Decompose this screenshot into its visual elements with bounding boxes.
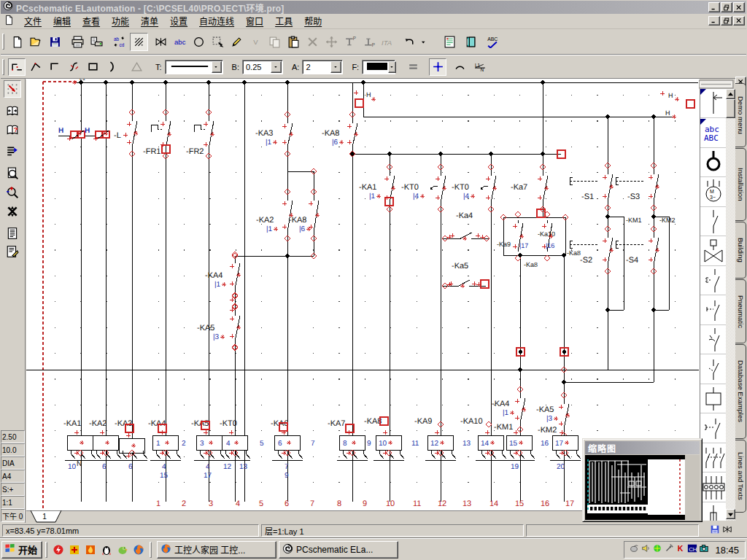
line-rect-button[interactable] <box>84 58 101 76</box>
thumbnail-preview[interactable] <box>585 455 700 520</box>
l1n-button[interactable]: L1N <box>471 58 489 76</box>
tray-plug-icon[interactable] <box>664 543 674 556</box>
ita-gray-button[interactable]: ITA <box>379 33 397 51</box>
tray-ball-icon[interactable] <box>652 543 662 556</box>
tray-kav-icon[interactable]: K <box>676 543 686 556</box>
print-pages-button[interactable] <box>88 33 106 51</box>
line-arc-button[interactable] <box>103 58 120 76</box>
color-combo[interactable] <box>362 60 395 74</box>
palette-symbol-contact-time[interactable] <box>700 325 726 354</box>
palette-symbol-contact-no[interactable] <box>700 207 726 236</box>
menu-3[interactable]: 查看 <box>77 13 106 29</box>
line-corner-button[interactable] <box>46 58 63 76</box>
window-minimize-button[interactable] <box>708 2 720 12</box>
quicklaunch-bird-icon[interactable] <box>115 542 131 558</box>
palette-symbol-three-pole[interactable] <box>700 443 726 472</box>
text-abc-button[interactable]: abc <box>171 33 189 51</box>
palette-symbol-contact-man3[interactable] <box>700 414 726 443</box>
tray-ch-input-icon[interactable]: CH <box>687 543 697 556</box>
toolbar2-grip[interactable] <box>2 59 4 75</box>
notebook-button[interactable] <box>462 33 480 51</box>
tray-mouse-icon[interactable] <box>629 543 639 556</box>
child-window-minimize-button[interactable] <box>708 16 720 26</box>
palette-symbol-wire-arrow[interactable] <box>700 89 726 118</box>
palette-scroll-up[interactable] <box>726 89 735 99</box>
line-type-combo-dropdown[interactable] <box>212 61 222 73</box>
line-width-combo-dropdown[interactable] <box>271 61 282 73</box>
quicklaunch-thunder-icon[interactable] <box>50 542 66 558</box>
zoom-plus-button[interactable] <box>4 184 21 201</box>
menu-10[interactable]: 帮助 <box>298 13 328 29</box>
child-window-close-button[interactable] <box>733 16 745 26</box>
toolbar-grip[interactable] <box>2 34 4 50</box>
menu-2[interactable]: 编辑 <box>47 13 77 29</box>
palette-slider[interactable] <box>699 79 734 88</box>
caret-down-button[interactable] <box>419 33 429 51</box>
menu-7[interactable]: 自动连线 <box>193 13 240 29</box>
line-curve-button[interactable] <box>65 58 82 76</box>
palette-tab-pneumatic[interactable]: Pneumatic <box>735 279 746 343</box>
book-question-button[interactable]: ? <box>4 122 21 139</box>
double-line-button[interactable] <box>404 58 422 76</box>
palette-symbol-fuse[interactable] <box>700 502 726 521</box>
doc-lines-button[interactable] <box>4 225 21 242</box>
palette-symbol-valve[interactable] <box>700 237 726 266</box>
menu-5[interactable]: 清单 <box>135 13 164 29</box>
palette-symbol-terminal-strip[interactable] <box>700 473 726 502</box>
pin-down-button[interactable]: P <box>360 33 379 51</box>
palette-symbol-lamp[interactable] <box>700 148 726 177</box>
menu-8[interactable]: 窗口 <box>240 13 269 29</box>
delete-x-button[interactable] <box>303 33 322 51</box>
list-blue-arrow-button[interactable] <box>4 143 21 160</box>
palette-symbol-contact-man2[interactable] <box>700 296 726 325</box>
quicklaunch-flashget-icon[interactable] <box>66 542 82 558</box>
tray-camera-icon[interactable] <box>699 543 709 556</box>
list-form-button[interactable] <box>441 33 459 51</box>
window-restore-button[interactable] <box>721 2 732 12</box>
start-button[interactable]: 开始 <box>1 541 42 559</box>
draw-hatch-button[interactable] <box>130 33 148 51</box>
replace-abc-button[interactable]: abcd <box>110 33 128 51</box>
palette-scroll-thumb[interactable] <box>726 99 735 118</box>
doc-edit-button[interactable] <box>4 243 21 260</box>
palette-symbol-coil-box[interactable] <box>700 384 726 413</box>
pencil-button[interactable] <box>228 33 246 51</box>
child-window-restore-button[interactable] <box>721 16 732 26</box>
palette-symbol-motor[interactable]: M3~ <box>700 178 726 207</box>
menu-6[interactable]: 设置 <box>164 13 193 29</box>
cross-blue-button[interactable] <box>429 58 446 76</box>
thumbnail-title[interactable]: 缩略图 <box>585 441 700 454</box>
line-ortho-button[interactable] <box>8 58 26 76</box>
select-area-button[interactable] <box>209 33 227 51</box>
text-size-combo[interactable]: 2 <box>302 60 343 74</box>
open-folder-button[interactable] <box>27 33 45 51</box>
palette-tab-building[interactable]: Building <box>735 222 746 279</box>
quicklaunch-flame-icon[interactable] <box>82 542 98 558</box>
text-size-combo-dropdown[interactable] <box>330 61 341 73</box>
pin-up-button[interactable]: P <box>341 33 360 51</box>
palette-symbol-contact-no2[interactable] <box>700 355 726 384</box>
palette-scrollbar[interactable] <box>726 89 735 521</box>
menu-1[interactable]: 文件 <box>18 13 47 29</box>
palette-tab-database-examples[interactable]: Database Examples <box>735 344 746 439</box>
zoom-x-button[interactable] <box>4 203 21 220</box>
circle-tool-button[interactable] <box>190 33 208 51</box>
page-tab-1[interactable]: 1 <box>29 510 73 523</box>
quicklaunch-qq-icon[interactable] <box>98 542 115 558</box>
arc-small-button[interactable] <box>451 58 468 76</box>
grid-pointer-button[interactable] <box>4 80 21 98</box>
child-window-icon[interactable] <box>4 15 14 28</box>
window-close-button[interactable] <box>733 2 745 12</box>
floppy-blue-icon[interactable] <box>710 524 720 537</box>
task-button-2[interactable]: PCschematic ELa... <box>279 541 398 559</box>
palette-scroll-down[interactable] <box>726 509 735 519</box>
zoom-page-button[interactable] <box>4 165 21 182</box>
print-button[interactable] <box>69 33 87 51</box>
quicklaunch-firefox-icon[interactable] <box>131 542 147 558</box>
palette-symbol-abc-text[interactable]: abcABC <box>700 119 726 148</box>
bowtie-icon[interactable] <box>722 524 732 537</box>
paste-clipboard-button[interactable] <box>285 33 303 51</box>
save-floppy-button[interactable] <box>46 33 64 51</box>
line-diag-button[interactable] <box>27 58 44 76</box>
palette-tab-demo-menu[interactable]: Demo menu <box>735 83 746 147</box>
